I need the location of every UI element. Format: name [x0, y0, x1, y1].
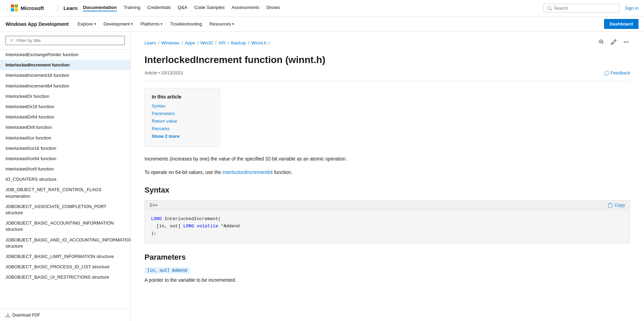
breadcrumb-apps[interactable]: Apps [185, 40, 195, 45]
feedback-link[interactable]: Feedback [604, 70, 630, 75]
nav-explore[interactable]: Explore ▾ [74, 19, 99, 29]
toc-item: Return value [152, 118, 213, 124]
nav-divider [58, 4, 58, 12]
param-description: A pointer to the variable to be incremen… [144, 276, 630, 284]
article-type-date: Article • 10/13/2021 [144, 70, 183, 75]
second-nav: Windows App Development Explore ▾ Develo… [0, 17, 644, 32]
top-nav: Microsoft Learn Documentation Training C… [0, 0, 644, 17]
nav-link-credentials[interactable]: Credentials [147, 5, 171, 11]
toc-list: Syntax Parameters Return value Remarks S… [152, 103, 213, 139]
filter-input[interactable] [17, 38, 121, 43]
interlockedincrement64-link[interactable]: InterlockedIncrement64 [222, 169, 272, 175]
nav-link-shows[interactable]: Shows [266, 5, 280, 11]
more-button[interactable] [622, 39, 630, 47]
breadcrumb-windows[interactable]: Windows [161, 40, 180, 45]
sidebar-item[interactable]: InterlockedExchange​Pointer function [0, 50, 130, 60]
breadcrumb-sep: / [228, 40, 229, 45]
search-box[interactable] [544, 4, 619, 12]
copy-label: Copy [615, 203, 625, 208]
resources-chevron: ▾ [232, 22, 234, 26]
sidebar-item[interactable]: InterlockedOr function [0, 91, 130, 102]
breadcrumb-learn[interactable]: Learn [144, 40, 156, 45]
code-content: LONG InterlockedIncrement( [in, out] LON… [145, 210, 630, 242]
copy-icon [608, 203, 613, 208]
second-nav-links: Explore ▾ Development ▾ Platforms ▾ Trou… [74, 19, 237, 29]
edit-button[interactable] [610, 39, 618, 47]
intro2-before: To operate on 64-bit values, use the [144, 169, 222, 175]
sidebar-item[interactable]: InterlockedOr16 function [0, 102, 130, 112]
intro2-after: function. [273, 169, 292, 175]
breadcrumb-backup[interactable]: Backup [231, 40, 246, 45]
learn-link[interactable]: Learn [64, 5, 78, 11]
search-input[interactable] [554, 6, 615, 11]
intro-paragraph-1: Increments (increases by one) the value … [144, 155, 630, 163]
nav-troubleshooting[interactable]: Troubleshooting [167, 19, 205, 29]
sidebar-item[interactable]: InterlockedIncrement64 function [0, 81, 130, 91]
sidebar-footer[interactable]: Download PDF [0, 309, 130, 321]
more-icon [623, 39, 629, 45]
code-line-1: LONG InterlockedIncrement( [151, 216, 624, 223]
breadcrumb-win32[interactable]: Win32 [201, 40, 213, 45]
sidebar: InterlockedExchange​Pointer function Int… [0, 32, 131, 321]
section-title: Windows App Development [6, 21, 69, 27]
sidebar-item[interactable]: JOBOBJECT_BASIC_PROCESS_ID_LIST structur… [0, 262, 130, 272]
feedback-icon [604, 71, 609, 75]
toc-link-syntax[interactable]: Syntax [152, 103, 165, 108]
nav-development[interactable]: Development ▾ [100, 19, 137, 29]
breadcrumb-sep: / [158, 40, 159, 45]
nav-platforms[interactable]: Platforms ▾ [137, 19, 166, 29]
breadcrumb-winnth[interactable]: Winnt.h [251, 40, 267, 45]
brand-name: Microsoft [21, 5, 44, 11]
sidebar-item[interactable]: InterlockedIncrement16 function [0, 70, 130, 81]
sidebar-item[interactable]: JOBOBJECT_BASIC_LIMIT_INFORMATION struct… [0, 251, 130, 262]
toc-link-return-value[interactable]: Return value [152, 118, 177, 124]
article-title: InterlockedIncrement function (winnt.h) [144, 54, 630, 66]
sidebar-item[interactable]: InterlockedXor8 function [0, 164, 130, 174]
sidebar-item[interactable]: InterlockedXor16 function [0, 143, 130, 154]
code-lang: C++ [150, 203, 158, 208]
article-body: Increments (increases by one) the value … [144, 155, 630, 284]
intro-paragraph-2: To operate on 64-bit values, use the Int… [144, 168, 630, 176]
sidebar-item[interactable]: InterlockedOr8 function [0, 122, 130, 133]
sidebar-item[interactable]: JOBOBJECT_ASSOCIATE_COMPLETION_PORT stru… [0, 201, 130, 218]
sidebar-item-active[interactable]: InterlockedIncrement function [0, 60, 130, 70]
breadcrumb-api[interactable]: API [218, 40, 226, 45]
dashboard-button[interactable]: Dashboard [604, 19, 638, 29]
zoom-icon [599, 39, 604, 45]
article-dot: • [158, 70, 161, 75]
search-icon [547, 6, 552, 11]
show-more-link[interactable]: Show 2 more [152, 134, 180, 139]
sidebar-item[interactable]: InterlockedXor function [0, 133, 130, 143]
zoom-button[interactable] [597, 39, 605, 47]
nav-link-qa[interactable]: Q&A [178, 5, 187, 11]
feedback-label: Feedback [611, 70, 630, 75]
sign-in-link[interactable]: Sign in [625, 6, 638, 11]
sidebar-item[interactable]: JOB_OBJECT_NET_RATE_CONTROL_FLAGS enumer… [0, 185, 130, 201]
nav-link-codesamples[interactable]: Code Samples [194, 5, 225, 11]
parameters-heading: Parameters [144, 253, 630, 262]
toc-heading: In this article [152, 94, 213, 100]
toc-link-remarks[interactable]: Remarks [152, 126, 170, 131]
filter-box [0, 32, 130, 50]
nav-resources[interactable]: Resources ▾ [206, 19, 237, 29]
copy-button[interactable]: Copy [608, 203, 625, 208]
sidebar-item[interactable]: InterlockedOr64 function [0, 112, 130, 122]
breadcrumb-sep: / [248, 40, 249, 45]
platforms-chevron: ▾ [161, 22, 162, 26]
breadcrumb-actions [597, 39, 630, 47]
toc-link-parameters[interactable]: Parameters [152, 111, 175, 116]
sidebar-item[interactable]: IO_COUNTERS structure [0, 174, 130, 185]
nav-link-documentation[interactable]: Documentation [83, 5, 117, 11]
article-date: 10/13/2021 [161, 70, 183, 75]
top-nav-links: Documentation Training Credentials Q&A C… [83, 5, 280, 11]
sidebar-item[interactable]: JOBOBJECT_BASIC_UI_RESTRICTIONS structur… [0, 272, 130, 282]
sidebar-item[interactable]: JOBOBJECT_BASIC_ACCOUNTING_INFORMATION s… [0, 218, 130, 235]
sidebar-item[interactable]: JOBOBJECT_BASIC_AND_IO_ACCOUNTING_INFORM… [0, 235, 130, 251]
syntax-heading: Syntax [144, 186, 630, 195]
nav-link-training[interactable]: Training [124, 5, 140, 11]
nav-link-assessments[interactable]: Assessments [232, 5, 259, 11]
filter-input-wrapper[interactable] [6, 36, 125, 45]
sidebar-item[interactable]: InterlockedXor64 function [0, 154, 130, 164]
code-block: C++ Copy LONG InterlockedIncrement( [in,… [144, 200, 630, 243]
ms-logo[interactable]: Microsoft [6, 0, 50, 17]
